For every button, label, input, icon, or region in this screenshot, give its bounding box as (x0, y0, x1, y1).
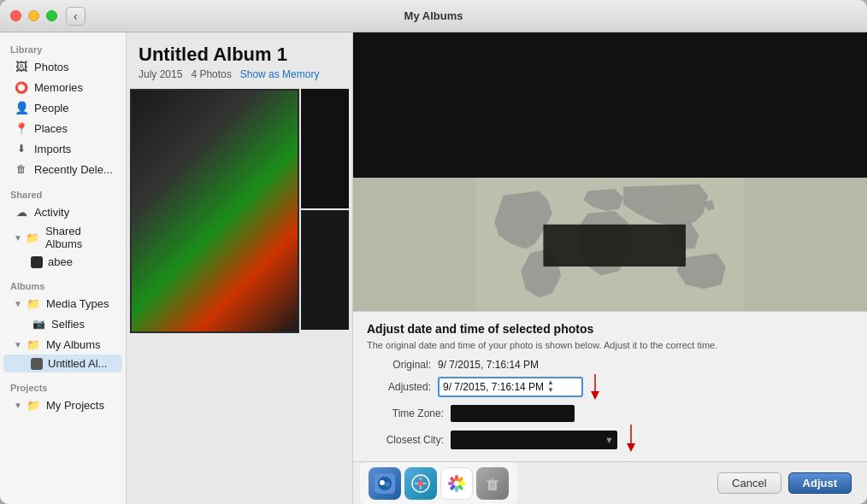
sidebar-label-photos: Photos (34, 61, 68, 73)
closest-city-label: Closest City: (367, 434, 444, 446)
sidebar-label-my-projects: My Projects (46, 399, 104, 412)
shared-albums-icon: 📁 (25, 230, 40, 245)
svg-rect-1 (543, 225, 686, 267)
disclosure-shared-albums: ▼ (14, 232, 23, 243)
dock-photos-icon[interactable] (440, 467, 473, 500)
timezone-row: Time Zone: (367, 405, 853, 422)
svg-rect-20 (448, 482, 454, 485)
disclosure-my-projects: ▼ (14, 400, 24, 410)
sidebar-item-selfies[interactable]: 📷 Selfies (3, 314, 122, 334)
photos-icon: 🖼 (14, 59, 29, 74)
sidebar-item-places[interactable]: 📍 Places (3, 118, 122, 138)
bottom-bar: Cancel Adjust (353, 461, 867, 504)
activity-icon: ☁ (14, 204, 29, 220)
dock-trash-icon[interactable] (476, 467, 509, 500)
main-content: Library 🖼 Photos ⭕ Memories 👤 People 📍 P… (0, 32, 867, 504)
sidebar-label-untitled-album: Untitled Al... (48, 357, 107, 370)
untitled-dot (31, 358, 43, 370)
album-date: July 2015 (139, 68, 182, 80)
original-label: Original: (367, 359, 431, 371)
close-button[interactable] (10, 10, 21, 21)
adjusted-label: Adjusted: (367, 381, 431, 393)
main-window: ‹ My Albums Library 🖼 Photos ⭕ Memories … (0, 0, 867, 504)
show-as-memory-link[interactable]: Show as Memory (240, 68, 320, 80)
sidebar-item-shared-albums[interactable]: ▼ 📁 Shared Albums (3, 222, 122, 253)
media-types-icon: 📁 (26, 296, 41, 311)
album-meta: July 2015 4 Photos Show as Memory (139, 68, 340, 80)
minimize-button[interactable] (28, 10, 39, 21)
original-row: Original: 9/ 7/2015, 7:16:14 PM (367, 359, 853, 371)
svg-rect-16 (459, 482, 465, 485)
closest-city-dropdown-arrow: ▼ (605, 435, 614, 445)
library-header: Library (0, 39, 126, 56)
abee-dot (31, 256, 43, 268)
trash-icon: 🗑 (14, 161, 29, 177)
svg-rect-14 (455, 475, 458, 481)
original-value: 9/ 7/2015, 7:16:14 PM (438, 359, 539, 371)
album-title: Untitled Album 1 (139, 44, 340, 65)
sidebar: Library 🖼 Photos ⭕ Memories 👤 People 📍 P… (0, 32, 127, 504)
svg-marker-3 (591, 391, 599, 400)
photo-thumb-main[interactable] (130, 89, 299, 333)
shared-header: Shared (0, 185, 126, 202)
adjust-panel: Adjust date and time of selected photos … (353, 311, 867, 461)
adjust-button[interactable]: Adjust (788, 472, 852, 494)
places-icon: 📍 (14, 120, 29, 136)
sidebar-label-people: People (34, 102, 68, 114)
photo-thumb-1[interactable] (301, 89, 349, 208)
world-map-svg (353, 178, 867, 311)
back-button[interactable]: ‹ (66, 7, 86, 26)
photo-thumb-column (301, 89, 349, 330)
sidebar-label-imports: Imports (34, 143, 71, 155)
red-arrow-indicator (587, 374, 604, 400)
sidebar-label-memories: Memories (34, 81, 83, 94)
sidebar-item-photos[interactable]: 🖼 Photos (3, 56, 122, 77)
sidebar-item-memories[interactable]: ⭕ Memories (3, 77, 122, 97)
people-icon: 👤 (14, 100, 29, 115)
dock-icons (360, 462, 517, 505)
disclosure-media-types: ▼ (14, 298, 24, 308)
sidebar-item-people[interactable]: 👤 People (3, 97, 122, 118)
sidebar-item-recently-deleted[interactable]: 🗑 Recently Dele... (3, 159, 122, 179)
cancel-button[interactable]: Cancel (717, 472, 781, 494)
adjusted-input[interactable]: 9/ 7/2015, 7:16:14 PM ▲ ▼ (438, 377, 583, 397)
sidebar-label-selfies: Selfies (51, 318, 85, 331)
sidebar-item-my-albums[interactable]: ▼ 📁 My Albums (3, 334, 122, 355)
projects-header: Projects (0, 378, 126, 395)
svg-point-8 (380, 480, 385, 485)
sidebar-item-untitled-album[interactable]: Untitled Al... (3, 355, 122, 372)
stepper[interactable]: ▲ ▼ (547, 379, 554, 395)
svg-marker-5 (627, 443, 635, 452)
svg-rect-18 (455, 486, 458, 492)
maximize-button[interactable] (46, 10, 57, 21)
adjust-title: Adjust date and time of selected photos (367, 322, 853, 336)
selfies-icon: 📷 (31, 316, 46, 331)
sidebar-item-abee[interactable]: abee (3, 253, 122, 271)
sidebar-label-media-types: Media Types (46, 297, 109, 310)
disclosure-my-albums: ▼ (14, 339, 24, 349)
sidebar-item-media-types[interactable]: ▼ 📁 Media Types (3, 293, 122, 314)
right-panel: Adjust date and time of selected photos … (353, 32, 867, 504)
map-area (353, 178, 867, 311)
sidebar-label-shared-albums: Shared Albums (45, 225, 114, 250)
my-projects-icon: 📁 (26, 397, 41, 413)
sidebar-item-activity[interactable]: ☁ Activity (3, 202, 122, 222)
sidebar-item-my-projects[interactable]: ▼ 📁 My Projects (3, 395, 122, 415)
sidebar-label-abee: abee (48, 255, 73, 268)
closest-city-select[interactable]: ▼ (451, 431, 617, 449)
dock-finder-icon[interactable] (369, 467, 401, 500)
imports-icon: ⬇ (14, 141, 29, 156)
sidebar-label-recently-deleted: Recently Dele... (34, 163, 113, 176)
timezone-value (451, 405, 575, 422)
dock-safari-icon[interactable] (404, 467, 437, 500)
sidebar-item-imports[interactable]: ⬇ Imports (3, 138, 122, 159)
albums-header: Albums (0, 276, 126, 293)
sidebar-label-places: Places (34, 122, 68, 135)
window-title: My Albums (404, 9, 463, 22)
photo-thumb-2[interactable] (301, 210, 349, 330)
adjusted-input-value: 9/ 7/2015, 7:16:14 PM (443, 381, 544, 393)
adjust-description: The original date and time of your photo… (367, 339, 853, 352)
adjusted-row: Adjusted: 9/ 7/2015, 7:16:14 PM ▲ ▼ (367, 374, 853, 400)
svg-rect-23 (487, 480, 498, 482)
stepper-down[interactable]: ▼ (547, 387, 554, 395)
